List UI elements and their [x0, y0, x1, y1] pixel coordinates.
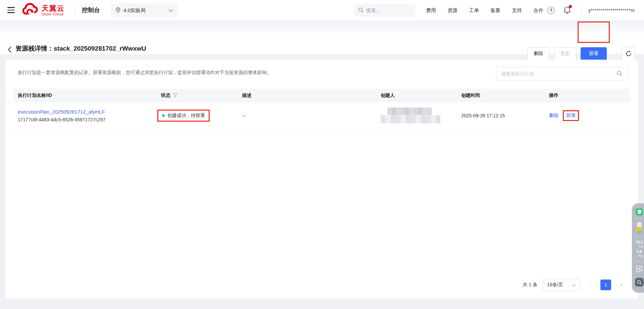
download-speed-value: 2.8 [636, 249, 643, 254]
execution-plan-panel: 执行计划是一套资源栈配置的记录。部署资源栈前，您可通过浏览执行计划，提前评估部署… [5, 60, 638, 299]
page-size-select[interactable]: 10条/页 [543, 279, 580, 291]
up-arrow-icon: ↑ [636, 245, 637, 248]
plan-id: 17177c6f-4483-4dc5-8526-45971727c297 [18, 117, 106, 122]
nav-item-resources[interactable]: 资源 [447, 7, 458, 14]
creator-redacted [376, 108, 457, 123]
delete-stack-button[interactable]: 删除 [527, 47, 549, 60]
back-icon[interactable] [7, 46, 14, 53]
created-time: 2025-09-28 17:12:15 [457, 113, 541, 118]
deploy-stack-button[interactable]: 部署 [581, 47, 607, 60]
prev-page-button[interactable]: ‹ [586, 280, 595, 290]
col-created-time: 创建时间 [457, 92, 541, 99]
table-header: 执行计划名称/ID 状态 描述 创建人 创建时间 操作 [13, 89, 630, 102]
user-divider [582, 6, 582, 14]
nav-item-tickets[interactable]: 工单 [469, 7, 479, 14]
notification-bell-icon[interactable] [564, 6, 571, 15]
upload-speed-value: 16.2 [636, 240, 643, 244]
nav-item-cooperation[interactable]: 合作 [533, 7, 543, 14]
search-icon [358, 7, 364, 14]
row-delete-link[interactable]: 删除 [549, 113, 558, 118]
nav-item-filing[interactable]: 备案 [490, 7, 500, 14]
total-count: 共 1 条 [523, 282, 537, 288]
region-selector[interactable]: 4.0实验局 [111, 3, 178, 17]
down-arrow-icon: ↓ [636, 254, 637, 258]
page-title: 资源栈详情：stack_202509281702_rWwxwU [15, 44, 146, 53]
col-creator: 创建人 [376, 92, 457, 99]
global-search[interactable] [354, 4, 415, 17]
filter-icon[interactable] [173, 93, 178, 99]
table-row: executionPlan_202509281712_afyHLF 17177c… [13, 102, 630, 129]
brand-subtitle: State Cloud [42, 12, 65, 16]
notification-dot [569, 5, 572, 8]
col-name-id: 执行计划名称/ID [13, 92, 157, 99]
plan-description: -- [238, 113, 376, 118]
navbar-icons: ? [547, 0, 571, 21]
nav-item-billing[interactable]: 费用 [426, 7, 436, 14]
widget-search-icon[interactable] [635, 278, 644, 287]
refresh-button[interactable] [622, 47, 635, 60]
current-page-button[interactable]: 1 [600, 280, 611, 290]
plan-search-input[interactable] [501, 71, 616, 76]
cloud-logo-icon [21, 3, 39, 17]
pagination: 共 1 条 10条/页 ‹ 1 › [523, 279, 626, 291]
search-icon[interactable] [616, 70, 623, 77]
region-label: 4.0实验局 [123, 7, 146, 14]
chevron-down-icon [169, 8, 173, 13]
header-divider [616, 49, 616, 58]
status-badge: 创建成功，待部署 [157, 110, 210, 122]
update-stack-button[interactable]: 更新 [554, 47, 576, 60]
panel-description: 执行计划是一套资源栈配置的记录。部署资源栈前，您可通过浏览执行计划，提前评估部署… [18, 70, 271, 76]
plan-name-link[interactable]: executionPlan_202509281712_afyHLF [18, 109, 157, 115]
username[interactable]: y********************m [588, 0, 635, 21]
console-title: 控制台 [82, 6, 100, 14]
next-page-button[interactable]: › [616, 280, 626, 290]
plan-search[interactable] [496, 67, 628, 80]
page-header: 资源栈详情：stack_202509281702_rWwxwU 删除 更新 部署… [0, 21, 644, 54]
col-actions: 操作 [541, 92, 630, 99]
brand-logo[interactable]: 天翼云 State Cloud [21, 3, 65, 17]
creator-mosaic [381, 115, 440, 123]
help-icon[interactable]: ? [547, 7, 555, 14]
location-pin-icon [115, 7, 121, 14]
navbar-menu: 费用 资源 工单 备案 支持 合作 [426, 0, 543, 21]
col-description: 描述 [238, 92, 376, 99]
hamburger-menu-icon[interactable] [7, 7, 15, 14]
shield-check-icon[interactable] [636, 208, 643, 215]
col-status: 状态 [157, 92, 238, 99]
browser-extension-widget: 16.2 ↑ K/s 2.8 ↓ K/s [632, 203, 644, 293]
status-text: 创建成功，待部署 [167, 113, 205, 119]
row-deploy-link[interactable]: 部署 [566, 113, 576, 118]
nav-item-support[interactable]: 支持 [512, 7, 522, 14]
global-search-input[interactable] [366, 8, 407, 13]
status-dot-icon [162, 114, 165, 117]
creator-mosaic [387, 108, 432, 115]
chevron-down-icon [572, 282, 576, 288]
execution-plan-table: 执行计划名称/ID 状态 描述 创建人 创建时间 操作 executionPla… [13, 89, 630, 129]
navbar-divider [74, 5, 75, 15]
network-speed: 16.2 ↑ K/s 2.8 ↓ K/s [636, 240, 643, 258]
capsule-indicator-icon[interactable] [637, 222, 642, 233]
screenshot-crop-icon[interactable] [636, 265, 643, 274]
brand-name: 天翼云 [42, 4, 65, 12]
top-navbar: 天翼云 State Cloud 控制台 4.0实验局 费用 资源 工单 备案 支… [0, 0, 644, 21]
